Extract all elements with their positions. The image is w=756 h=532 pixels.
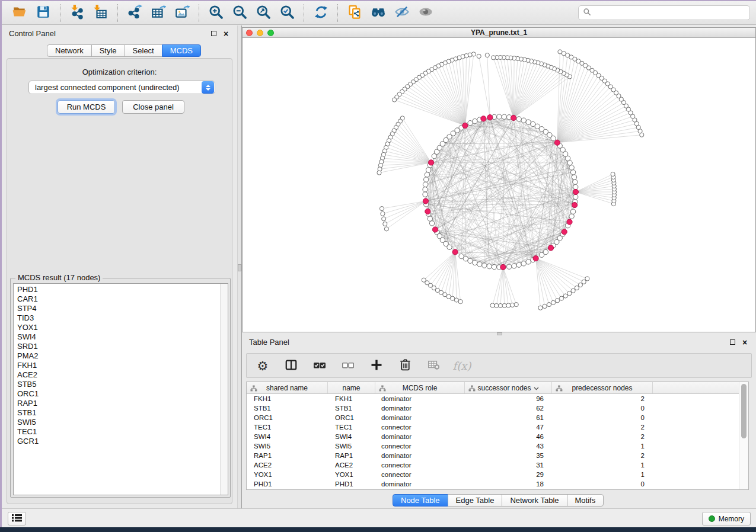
clone-network-button[interactable] <box>343 4 366 23</box>
graph-node[interactable] <box>463 257 468 261</box>
graph-node[interactable] <box>559 296 563 300</box>
graph-node[interactable] <box>383 222 387 226</box>
hide-selected-button[interactable] <box>390 4 414 23</box>
delete-table-button[interactable] <box>426 358 441 373</box>
tab-node-table[interactable]: Node Table <box>393 494 448 507</box>
table-row[interactable]: SWI4SWI4dominator462 <box>247 432 739 441</box>
graph-node[interactable] <box>454 298 458 302</box>
column-header-name[interactable]: name <box>328 382 375 393</box>
graph-node[interactable] <box>497 114 502 119</box>
graph-node[interactable] <box>492 264 496 269</box>
graph-node[interactable] <box>485 53 489 57</box>
graph-node[interactable] <box>447 245 452 249</box>
table-row[interactable]: PHD1PHD1dominator180 <box>247 479 739 489</box>
criterion-select[interactable]: largest connected component (undirected) <box>28 81 215 94</box>
list-item[interactable]: ACE2 <box>14 370 228 380</box>
graph-node[interactable] <box>506 303 511 307</box>
table-scrollbar-thumb[interactable] <box>741 384 747 438</box>
graph-hub-node[interactable] <box>487 115 493 120</box>
save-session-button[interactable] <box>31 4 55 23</box>
graph-node[interactable] <box>458 300 462 304</box>
column-header-successor-nodes[interactable]: successor nodes <box>465 382 552 393</box>
graph-node[interactable] <box>393 98 397 102</box>
graph-node[interactable] <box>473 260 477 265</box>
show-columns-button[interactable] <box>283 358 299 373</box>
deselect-all-rows-button[interactable] <box>340 358 356 373</box>
graph-node[interactable] <box>451 296 455 300</box>
list-item[interactable]: ORC1 <box>14 389 228 399</box>
float-panel-button[interactable] <box>209 30 218 38</box>
tab-network-table[interactable]: Network Table <box>502 494 567 507</box>
graph-node[interactable] <box>512 264 516 268</box>
graph-node[interactable] <box>477 262 482 267</box>
graph-node[interactable] <box>423 187 428 192</box>
graph-node[interactable] <box>492 56 496 60</box>
zoom-out-button[interactable] <box>228 4 251 23</box>
table-row[interactable]: SWI5SWI5connector431 <box>247 441 739 451</box>
graph-node[interactable] <box>502 114 506 119</box>
list-item[interactable]: STB5 <box>14 380 228 389</box>
graph-node[interactable] <box>507 264 512 269</box>
zoom-fit-button[interactable] <box>251 4 275 23</box>
graph-node[interactable] <box>423 182 428 187</box>
list-item[interactable]: STB1 <box>14 408 228 418</box>
graph-node[interactable] <box>556 299 560 303</box>
list-item[interactable]: SWI4 <box>14 332 228 342</box>
graph-node[interactable] <box>573 180 578 184</box>
tab-edge-table[interactable]: Edge Table <box>448 494 503 507</box>
graph-hub-node[interactable] <box>429 160 434 165</box>
graph-node[interactable] <box>502 303 506 307</box>
graph-node[interactable] <box>482 263 487 268</box>
list-scrollbar[interactable] <box>220 284 228 495</box>
list-item[interactable]: SRD1 <box>14 342 228 351</box>
graph-node[interactable] <box>432 153 436 158</box>
function-builder-button[interactable]: f(x) <box>454 358 470 373</box>
graph-node[interactable] <box>569 165 574 170</box>
graph-node[interactable] <box>573 184 578 189</box>
tab-network[interactable]: Network <box>47 44 92 57</box>
table-scrollbar[interactable] <box>739 382 748 489</box>
graph-hub-node[interactable] <box>452 249 458 255</box>
graph-node[interactable] <box>551 300 556 305</box>
list-item[interactable]: SWI5 <box>14 418 228 427</box>
graph-node[interactable] <box>490 303 495 307</box>
graph-node[interactable] <box>521 261 526 266</box>
graph-node[interactable] <box>423 192 428 197</box>
float-panel-button[interactable] <box>728 338 736 347</box>
graph-hub-node[interactable] <box>533 256 538 261</box>
graph-node[interactable] <box>473 118 477 123</box>
graph-node[interactable] <box>382 217 386 221</box>
close-panel-button-mcds[interactable]: Close panel <box>122 100 184 114</box>
graph-node[interactable] <box>377 171 381 175</box>
graph-hub-node[interactable] <box>432 227 438 232</box>
memory-button[interactable]: Memory <box>702 512 751 525</box>
tab-select[interactable]: Select <box>125 44 162 57</box>
graph-node[interactable] <box>521 118 526 123</box>
list-item[interactable]: TEC1 <box>14 427 228 437</box>
column-header-shared-name[interactable]: shared name <box>247 382 328 393</box>
graph-hub-node[interactable] <box>500 264 506 270</box>
graph-node[interactable] <box>558 50 562 54</box>
graph-node[interactable] <box>381 211 385 216</box>
graph-node[interactable] <box>563 294 567 298</box>
graph-node[interactable] <box>498 303 502 307</box>
list-item[interactable]: GCR1 <box>14 437 228 446</box>
graph-node[interactable] <box>511 303 515 307</box>
column-header-predecessor-nodes[interactable]: predecessor nodes <box>552 382 653 393</box>
export-network-button[interactable] <box>123 4 146 23</box>
delete-column-button[interactable] <box>397 358 413 373</box>
graph-node[interactable] <box>571 289 575 293</box>
table-row[interactable]: YOX1YOX1connector291 <box>247 470 739 479</box>
graph-node[interactable] <box>468 258 473 263</box>
graph-node[interactable] <box>575 286 579 290</box>
graph-hub-node[interactable] <box>572 203 578 208</box>
network-canvas[interactable] <box>243 38 755 332</box>
table-row[interactable]: TEC1TEC1connector472 <box>247 422 739 432</box>
graph-node[interactable] <box>570 170 575 175</box>
list-item[interactable]: CAR1 <box>14 294 228 304</box>
close-panel-button[interactable]: × <box>741 338 749 347</box>
graph-hub-node[interactable] <box>562 229 567 235</box>
table-row[interactable]: ACE2ACE2connector311 <box>247 460 739 470</box>
graph-node[interactable] <box>516 262 521 267</box>
graph-node[interactable] <box>426 168 430 172</box>
